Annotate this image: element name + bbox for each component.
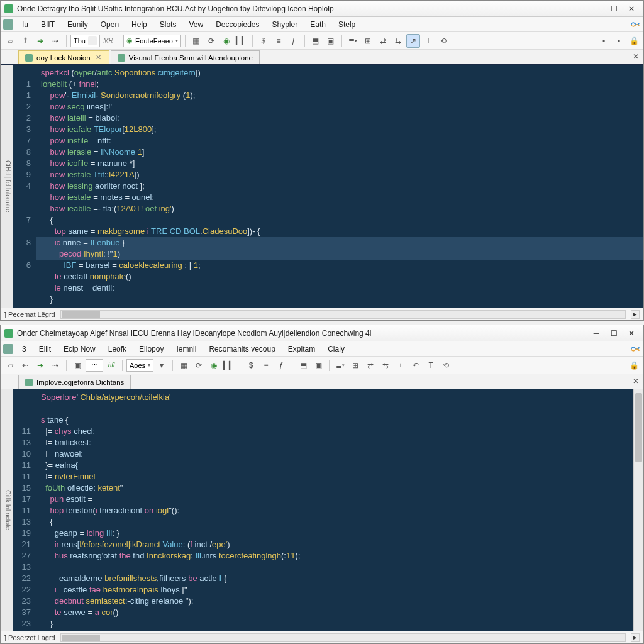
menu-item[interactable]: Stelp — [332, 18, 362, 31]
horizontal-scrollbar[interactable] — [60, 310, 626, 319]
reload-icon[interactable]: ⟲ — [439, 358, 453, 372]
menu-item[interactable]: Help — [125, 18, 153, 31]
close-all-icon[interactable]: ✕ — [631, 376, 641, 386]
lock-icon[interactable]: 🔒 — [627, 34, 641, 48]
layout-icon[interactable]: ⬒ — [309, 34, 323, 48]
tool1-icon[interactable]: ⊞ — [361, 34, 375, 48]
menu-item[interactable]: Eclp Now — [57, 343, 102, 355]
maximize-button[interactable]: ☐ — [606, 3, 622, 14]
code-content[interactable]: Soperlore' Chbla/atypercoh/toilelkla' s … — [36, 389, 633, 631]
editor-tab[interactable]: Visunal Etenba Sran will Atendouplone — [111, 50, 260, 64]
list-icon[interactable]: ≡ — [272, 34, 286, 48]
tab-close-icon[interactable]: ✕ — [94, 53, 103, 62]
menu-item[interactable]: Ellit — [33, 343, 57, 355]
menu-item[interactable]: Open — [94, 18, 125, 31]
vertical-scrollbar[interactable] — [633, 389, 643, 631]
run-icon[interactable]: ➜ — [33, 358, 47, 372]
layout2-icon[interactable]: ▣ — [324, 34, 338, 48]
menu-prefix[interactable]: Iu — [16, 18, 35, 31]
new-icon[interactable]: ▱ — [3, 34, 17, 48]
editor-tab[interactable]: Implove.ogjefonra Dichtans — [18, 375, 131, 389]
open-icon[interactable]: ⤴ — [18, 34, 32, 48]
tool4-icon[interactable]: ↗ — [406, 34, 420, 48]
align-icon[interactable]: ≣▾ — [333, 358, 347, 372]
menu-item[interactable]: Claly — [321, 343, 351, 355]
bolt-icon[interactable]: ƒ — [274, 358, 288, 372]
save-icon[interactable]: ▣ — [70, 358, 84, 372]
layout-icon[interactable]: ⬒ — [296, 358, 310, 372]
align-icon[interactable]: ≣▾ — [346, 34, 360, 48]
scroll-right-icon[interactable]: ▸ — [631, 310, 640, 319]
run-icon[interactable]: ➜ — [33, 34, 47, 48]
scroll-right-icon[interactable]: ▸ — [631, 633, 640, 642]
tool3-icon[interactable]: ⇆ — [391, 34, 405, 48]
tool3-icon[interactable]: ⇆ — [379, 358, 392, 372]
dollar-icon[interactable]: $ — [244, 358, 258, 372]
side-panel-label[interactable]: Gitlk Inl nctote — [1, 389, 13, 631]
toolbar: ▱ ⤴ ➜ ⇢ Tbu MR ◉EouteFeaeo▾ ▦ ⟳ ◉ ▎▎ $ ≡… — [1, 32, 643, 50]
panel2-icon[interactable]: ▪ — [612, 34, 626, 48]
refresh-icon[interactable]: ⟳ — [204, 34, 218, 48]
menu-item[interactable]: Expltam — [282, 343, 321, 355]
menu-item[interactable]: Eliopoy — [133, 343, 170, 355]
code-editor[interactable]: 1122378894786 spertkcl (oyper/aritc Sopo… — [13, 65, 643, 308]
forward-icon[interactable]: ⇢ — [48, 34, 62, 48]
run-config-combo[interactable]: ◉EouteFeaeo▾ — [123, 35, 181, 47]
menu-item[interactable]: BIIT — [35, 18, 61, 31]
doc-icon — [3, 19, 13, 30]
new-icon[interactable]: ▱ — [3, 358, 17, 372]
list-icon[interactable]: ≡ — [259, 358, 273, 372]
close-button[interactable]: ✕ — [623, 328, 640, 339]
dropdown-icon[interactable]: ▾ — [155, 358, 169, 372]
tool1-icon[interactable]: ⊞ — [348, 358, 362, 372]
titlebar[interactable]: Onde Defragry tho Sqlit USoftic Interigr… — [1, 1, 643, 17]
maximize-button[interactable]: ☐ — [606, 328, 622, 339]
globe-icon[interactable]: ◉ — [207, 358, 221, 372]
pause-icon[interactable]: ▎▎ — [222, 358, 236, 372]
grid-icon[interactable]: ▦ — [177, 358, 191, 372]
infinity-icon[interactable] — [630, 19, 641, 30]
small-combo[interactable]: ⋯ — [86, 359, 103, 372]
globe-icon[interactable]: ◉ — [219, 34, 233, 48]
minimize-button[interactable]: ─ — [588, 3, 604, 14]
minimize-button[interactable]: ─ — [588, 328, 604, 339]
infinity-icon[interactable] — [630, 343, 641, 355]
bolt-icon[interactable]: ƒ — [287, 34, 301, 48]
menu-item[interactable]: 3 — [16, 343, 33, 355]
side-panel-label[interactable]: CtHd | fcl Inlonotre — [1, 65, 13, 308]
menu-item[interactable]: Leofk — [102, 343, 133, 355]
menu-item[interactable]: Eath — [304, 18, 332, 31]
menu-item[interactable]: Deccopiedes — [209, 18, 265, 31]
text-icon[interactable]: T — [421, 34, 435, 48]
layout2-icon[interactable]: ▣ — [311, 358, 325, 372]
tool2-icon[interactable]: ⇄ — [376, 34, 390, 48]
pause-icon[interactable]: ▎▎ — [235, 34, 248, 48]
fast-icon[interactable]: ⇢ — [48, 358, 62, 372]
code-editor[interactable]: 11131011111517111319212713222223372333 S… — [13, 389, 633, 631]
refresh-icon[interactable]: ⟳ — [192, 358, 206, 372]
menu-item[interactable]: Iemnll — [170, 343, 203, 355]
reload-icon[interactable]: ⟲ — [436, 34, 450, 48]
config-combo[interactable]: Tbu — [70, 35, 100, 47]
menu-item[interactable]: Vew — [182, 18, 209, 31]
menu-item[interactable]: Slots — [153, 18, 183, 31]
close-all-icon[interactable]: ✕ — [631, 52, 641, 62]
back-icon[interactable]: ⇠ — [18, 358, 32, 372]
tool2-icon[interactable]: ⇄ — [364, 358, 377, 372]
text-icon[interactable]: T — [424, 358, 438, 372]
titlebar[interactable]: Ondcr Cheimetayoap Aigef Nnsal IECU Eren… — [1, 325, 643, 341]
undo-icon[interactable]: ↶ — [409, 358, 423, 372]
horizontal-scrollbar[interactable] — [60, 633, 626, 642]
run-config-combo[interactable]: Aoes▾ — [126, 359, 153, 372]
dollar-icon[interactable]: $ — [257, 34, 270, 48]
code-content[interactable]: spertkcl (oyper/aritc Sopontions cimgeit… — [36, 65, 643, 308]
menu-item[interactable]: Shypler — [266, 18, 304, 31]
add-icon[interactable]: + — [394, 358, 408, 372]
panel1-icon[interactable]: ▪ — [597, 34, 611, 48]
menu-item[interactable]: Eunily — [61, 18, 94, 31]
close-button[interactable]: ✕ — [623, 3, 640, 14]
lock-icon[interactable]: 🔒 — [627, 358, 641, 372]
editor-tab[interactable]: ooy Lock Nooion ✕ — [18, 50, 109, 64]
grid-icon[interactable]: ▦ — [189, 34, 203, 48]
menu-item[interactable]: Recomanits vecoup — [203, 343, 281, 355]
